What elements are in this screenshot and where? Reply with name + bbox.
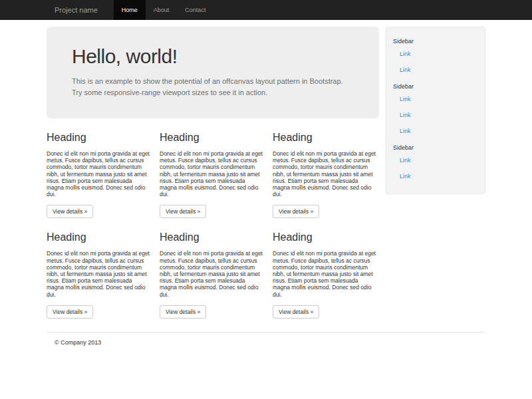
top-navbar: Project name Home About Contact <box>0 0 532 20</box>
navbar-menu: Home About Contact <box>114 0 214 20</box>
page-footer: © Company 2013 <box>47 332 485 346</box>
sidebar: Sidebar Link Link Sidebar Link Link Link… <box>386 27 485 319</box>
card-heading: Heading <box>273 132 379 144</box>
card-body-text: Donec id elit non mi porta gravida at eg… <box>47 150 153 198</box>
sidebar-group-title: Sidebar <box>393 144 478 151</box>
content-card: Heading Donec id elit non mi porta gravi… <box>160 231 266 318</box>
card-body-text: Donec id elit non mi porta gravida at eg… <box>273 150 379 198</box>
sidebar-link[interactable]: Link <box>393 91 478 107</box>
view-details-button[interactable]: View details » <box>160 205 206 218</box>
sidebar-group-3: Sidebar Link Link <box>393 144 478 184</box>
nav-item-home[interactable]: Home <box>114 0 146 20</box>
sidebar-group-1: Sidebar Link Link <box>393 38 478 78</box>
card-heading: Heading <box>47 231 153 243</box>
sidebar-group-title: Sidebar <box>393 38 478 45</box>
card-heading: Heading <box>273 231 379 243</box>
page-title: Hello, world! <box>72 45 354 68</box>
view-details-button[interactable]: View details » <box>160 305 206 319</box>
content-card: Heading Donec id elit non mi porta gravi… <box>47 132 153 218</box>
content-card: Heading Donec id elit non mi porta gravi… <box>273 231 379 318</box>
view-details-button[interactable]: View details » <box>47 305 93 319</box>
content-card: Heading Donec id elit non mi porta gravi… <box>160 132 266 218</box>
card-body-text: Donec id elit non mi porta gravida at eg… <box>160 250 266 297</box>
sidebar-panel: Sidebar Link Link Sidebar Link Link Link… <box>386 27 485 194</box>
card-heading: Heading <box>160 132 266 144</box>
content-card: Heading Donec id elit non mi porta gravi… <box>273 132 379 218</box>
copyright-text: © Company 2013 <box>55 339 485 346</box>
sidebar-link[interactable]: Link <box>393 62 478 78</box>
view-details-button[interactable]: View details » <box>273 205 319 218</box>
sidebar-group-title: Sidebar <box>393 83 478 90</box>
sidebar-link[interactable]: Link <box>393 152 478 168</box>
content-card: Heading Donec id elit non mi porta gravi… <box>47 231 153 318</box>
nav-item-contact[interactable]: Contact <box>177 0 213 20</box>
card-heading: Heading <box>47 132 153 144</box>
card-body-text: Donec id elit non mi porta gravida at eg… <box>273 250 379 297</box>
cards-row-1: Heading Donec id elit non mi porta gravi… <box>47 132 379 218</box>
cards-row-2: Heading Donec id elit non mi porta gravi… <box>47 231 379 318</box>
card-body-text: Donec id elit non mi porta gravida at eg… <box>160 150 266 198</box>
sidebar-link[interactable]: Link <box>393 123 478 139</box>
view-details-button[interactable]: View details » <box>273 305 319 319</box>
card-body-text: Donec id elit non mi porta gravida at eg… <box>47 250 153 297</box>
sidebar-link[interactable]: Link <box>393 46 478 62</box>
sidebar-group-2: Sidebar Link Link Link <box>393 83 478 139</box>
jumbotron: Hello, world! This is an example to show… <box>47 27 379 118</box>
navbar-brand[interactable]: Project name <box>47 0 106 20</box>
sidebar-link[interactable]: Link <box>393 168 478 184</box>
jumbotron-description: This is an example to show the potential… <box>72 76 354 98</box>
main-content: Hello, world! This is an example to show… <box>47 27 379 319</box>
card-heading: Heading <box>160 231 266 243</box>
sidebar-link[interactable]: Link <box>393 107 478 123</box>
nav-item-about[interactable]: About <box>146 0 178 20</box>
view-details-button[interactable]: View details » <box>47 205 93 218</box>
